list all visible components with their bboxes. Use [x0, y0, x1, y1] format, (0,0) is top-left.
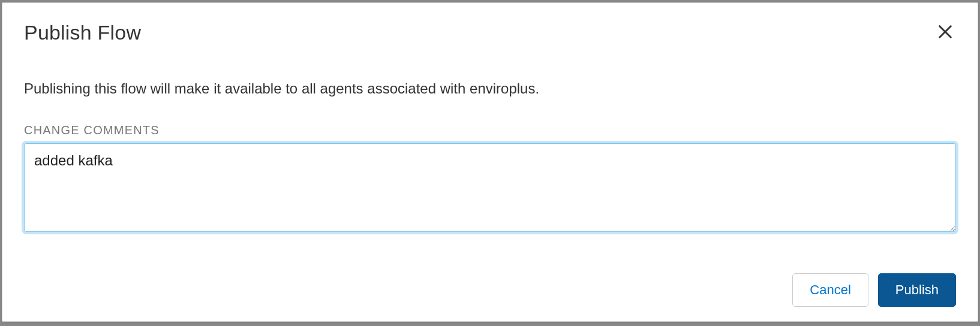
cancel-button[interactable]: Cancel — [792, 273, 868, 307]
dialog-description: Publishing this flow will make it availa… — [24, 80, 956, 97]
comments-field-wrapper — [24, 143, 956, 234]
dialog-footer: Cancel Publish — [792, 273, 956, 307]
publish-flow-dialog: Publish Flow Publishing this flow will m… — [2, 2, 978, 322]
close-icon — [937, 23, 954, 42]
comments-field-label: CHANGE COMMENTS — [24, 123, 956, 137]
dialog-title: Publish Flow — [24, 21, 141, 44]
dialog-header: Publish Flow — [24, 21, 956, 44]
change-comments-input[interactable] — [24, 143, 956, 232]
publish-button[interactable]: Publish — [878, 273, 956, 307]
close-button[interactable] — [934, 21, 956, 44]
